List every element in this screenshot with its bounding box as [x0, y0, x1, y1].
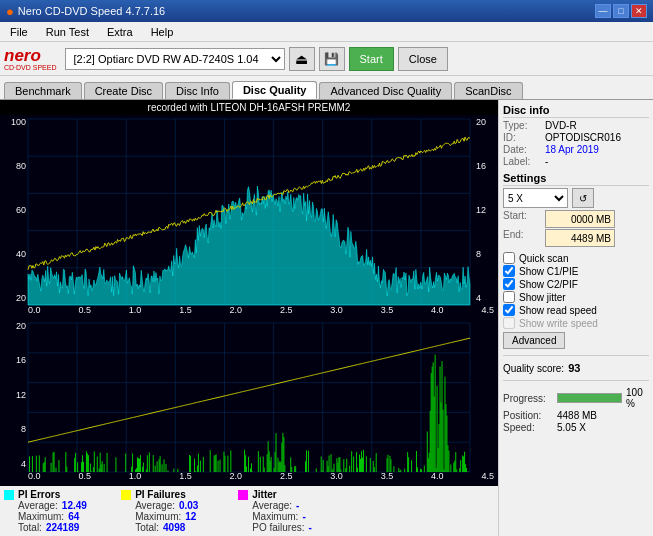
pi-errors-max: 64	[68, 511, 113, 522]
disc-date-value: 18 Apr 2019	[545, 144, 599, 155]
menu-file[interactable]: File	[4, 25, 34, 39]
menubar: File Run Test Extra Help	[0, 22, 653, 42]
quick-scan-checkbox[interactable]	[503, 252, 515, 264]
menu-help[interactable]: Help	[145, 25, 180, 39]
disc-info-section: Disc info Type: DVD-R ID: OPTODISCR016 D…	[503, 104, 649, 168]
save-button[interactable]: 💾	[319, 47, 345, 71]
pi-failures-total: 4098	[163, 522, 208, 533]
checkboxes-section: Quick scan Show C1/PIE Show C2/PIF Show …	[503, 252, 649, 349]
jitter-label: Jitter	[252, 489, 353, 500]
lower-chart: 20161284 0.00.51.01.52.02.53.03.54.04.5	[0, 319, 498, 486]
disc-label-label: Label:	[503, 156, 541, 167]
jitter-avg-row: Average: -	[252, 500, 353, 511]
close-button[interactable]: ✕	[631, 4, 647, 18]
start-button[interactable]: Start	[349, 47, 394, 71]
pi-failures-avg-row: Average: 0.03	[135, 500, 230, 511]
end-label: End:	[503, 229, 541, 247]
position-label: Position:	[503, 410, 553, 421]
disc-id-row: ID: OPTODISCR016	[503, 132, 649, 143]
settings-section: Settings 5 X 2 X 4 X 8 X Max ↺ Start: 00…	[503, 172, 649, 248]
show-c1pie-row: Show C1/PIE	[503, 265, 649, 277]
tab-disc-info[interactable]: Disc Info	[165, 82, 230, 99]
end-input[interactable]	[545, 229, 615, 247]
disc-info-title: Disc info	[503, 104, 649, 118]
pi-failures-total-row: Total: 4098	[135, 522, 230, 533]
po-failures-row: PO failures: -	[252, 522, 353, 533]
disc-label-value: -	[545, 156, 548, 167]
jitter-data: Jitter Average: - Maximum: - PO failures…	[252, 489, 353, 533]
chart-title: recorded with LITEON DH-16AFSH PREMM2	[0, 100, 498, 115]
pi-errors-data: PI Errors Average: 12.49 Maximum: 64 Tot…	[18, 489, 113, 533]
logo-text: nero	[4, 47, 41, 64]
right-panel: Disc info Type: DVD-R ID: OPTODISCR016 D…	[498, 100, 653, 536]
left-content: recorded with LITEON DH-16AFSH PREMM2 10…	[0, 100, 498, 536]
upper-chart: 10080604020 20161284 0.00.51.01.52.02.53…	[0, 115, 498, 319]
show-c2pif-label: Show C2/PIF	[519, 279, 578, 290]
pi-failures-label: PI Failures	[135, 489, 230, 500]
quality-score-row: Quality score: 93	[503, 362, 649, 374]
show-write-speed-checkbox[interactable]	[503, 317, 515, 329]
po-failures-val: -	[309, 522, 354, 533]
position-row: Position: 4488 MB	[503, 410, 649, 421]
speed-label: Speed:	[503, 422, 553, 433]
app-title: Nero CD-DVD Speed 4.7.7.16	[18, 5, 165, 17]
maximize-button[interactable]: □	[613, 4, 629, 18]
advanced-button[interactable]: Advanced	[503, 332, 565, 349]
minimize-button[interactable]: —	[595, 4, 611, 18]
pi-failures-data: PI Failures Average: 0.03 Maximum: 12 To…	[135, 489, 230, 533]
disc-type-value: DVD-R	[545, 120, 577, 131]
pi-failures-max: 12	[185, 511, 230, 522]
progress-value: 100 %	[626, 387, 649, 409]
menu-run-test[interactable]: Run Test	[40, 25, 95, 39]
tab-benchmark[interactable]: Benchmark	[4, 82, 82, 99]
tabs: Benchmark Create Disc Disc Info Disc Qua…	[0, 76, 653, 100]
disc-label-row: Label: -	[503, 156, 649, 167]
disc-id-value: OPTODISCR016	[545, 132, 621, 143]
show-jitter-label: Show jitter	[519, 292, 566, 303]
settings-title: Settings	[503, 172, 649, 186]
jitter-max: -	[302, 511, 347, 522]
disc-type-label: Type:	[503, 120, 541, 131]
pi-failures-max-row: Maximum: 12	[135, 511, 230, 522]
show-write-speed-label: Show write speed	[519, 318, 598, 329]
show-read-speed-checkbox[interactable]	[503, 304, 515, 316]
tab-create-disc[interactable]: Create Disc	[84, 82, 163, 99]
start-label: Start:	[503, 210, 541, 228]
menu-extra[interactable]: Extra	[101, 25, 139, 39]
toolbar: nero CD·DVD SPEED [2:2] Optiarc DVD RW A…	[0, 42, 653, 76]
show-c1pie-label: Show C1/PIE	[519, 266, 578, 277]
titlebar-title: ● Nero CD-DVD Speed 4.7.7.16	[6, 4, 165, 19]
disc-date-row: Date: 18 Apr 2019	[503, 144, 649, 155]
jitter-avg: -	[296, 500, 341, 511]
pi-errors-label: PI Errors	[18, 489, 113, 500]
eject-button[interactable]: ⏏	[289, 47, 315, 71]
pi-failures-legend	[121, 490, 131, 500]
bottom-stats: PI Errors Average: 12.49 Maximum: 64 Tot…	[0, 485, 498, 536]
quick-scan-row: Quick scan	[503, 252, 649, 264]
disc-id-label: ID:	[503, 132, 541, 143]
show-write-speed-row: Show write speed	[503, 317, 649, 329]
speed-select[interactable]: 5 X 2 X 4 X 8 X Max	[503, 188, 568, 208]
disc-date-label: Date:	[503, 144, 541, 155]
titlebar: ● Nero CD-DVD Speed 4.7.7.16 — □ ✕	[0, 0, 653, 22]
show-read-speed-row: Show read speed	[503, 304, 649, 316]
tab-scan-disc[interactable]: ScanDisc	[454, 82, 522, 99]
nero-logo: nero CD·DVD SPEED	[4, 47, 57, 71]
tab-disc-quality[interactable]: Disc Quality	[232, 81, 318, 99]
tab-advanced-disc-quality[interactable]: Advanced Disc Quality	[319, 82, 452, 99]
position-value: 4488 MB	[557, 410, 597, 421]
show-jitter-checkbox[interactable]	[503, 291, 515, 303]
end-row: End:	[503, 229, 649, 247]
titlebar-controls[interactable]: — □ ✕	[595, 4, 647, 18]
progress-section: Progress: 100 % Position: 4488 MB Speed:…	[503, 387, 649, 434]
drive-select[interactable]: [2:2] Optiarc DVD RW AD-7240S 1.04	[65, 48, 285, 70]
show-c2pif-checkbox[interactable]	[503, 278, 515, 290]
close-button-toolbar[interactable]: Close	[398, 47, 448, 71]
refresh-button[interactable]: ↺	[572, 188, 594, 208]
show-c1pie-checkbox[interactable]	[503, 265, 515, 277]
show-c2pif-row: Show C2/PIF	[503, 278, 649, 290]
pi-errors-max-row: Maximum: 64	[18, 511, 113, 522]
jitter-stat: Jitter Average: - Maximum: - PO failures…	[238, 489, 353, 533]
upper-chart-canvas	[0, 115, 498, 319]
start-input[interactable]: 0000 MB	[545, 210, 615, 228]
